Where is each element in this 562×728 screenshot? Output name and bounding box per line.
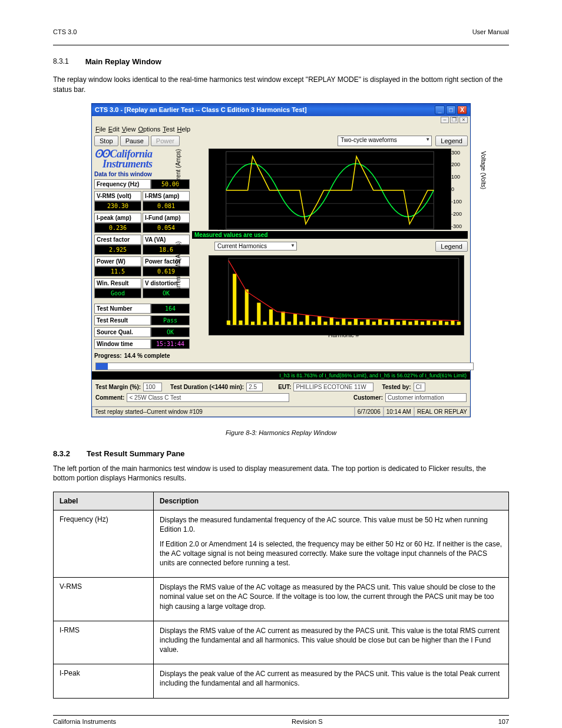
minimize-button[interactable]: _ xyxy=(435,106,445,114)
pause-button[interactable]: Pause xyxy=(120,136,149,146)
winresult-value: Good xyxy=(94,288,141,298)
power-label: Power (W) xyxy=(94,256,141,266)
svg-rect-45 xyxy=(372,321,376,325)
pf-label: Power factor xyxy=(143,256,190,266)
vdist-label: V distortion xyxy=(143,278,190,288)
svg-rect-38 xyxy=(330,317,333,325)
footer-right: 107 xyxy=(498,718,509,725)
test-duration-input[interactable]: 2.5 xyxy=(246,383,263,391)
row-desc: Displays the measured fundamental freque… xyxy=(154,510,509,578)
svg-rect-56 xyxy=(439,320,442,325)
svg-rect-28 xyxy=(269,309,273,324)
svg-text:24: 24 xyxy=(359,327,365,333)
page-header-right: User Manual xyxy=(472,28,509,35)
table-row: Frequency (Hz)Displays the measured fund… xyxy=(54,510,509,578)
svg-rect-50 xyxy=(402,320,406,325)
eut-label: EUT: xyxy=(278,384,291,390)
svg-rect-13 xyxy=(229,258,459,325)
svg-rect-36 xyxy=(318,316,321,325)
svg-text:-0.2: -0.2 xyxy=(216,212,225,218)
testedby-input[interactable]: CI xyxy=(414,383,425,391)
menu-edit[interactable]: Edit xyxy=(108,126,120,133)
customer-input[interactable]: Customer information xyxy=(385,393,467,402)
table-row: I-RMSDisplays the RMS value of the AC cu… xyxy=(54,621,509,664)
irms-value: 0.081 xyxy=(143,201,190,211)
svg-rect-48 xyxy=(391,319,394,324)
row-desc: Displays the RMS value of the AC voltage… xyxy=(154,578,509,621)
wave-y-left-label: Current (Amps) xyxy=(175,149,181,189)
mdi-restore-button[interactable]: ❐ xyxy=(450,117,458,123)
svg-text:0.03: 0.03 xyxy=(217,289,227,295)
titlebar[interactable]: CTS 3.0 - [Replay an Earlier Test -- Cla… xyxy=(92,104,470,116)
svg-text:4: 4 xyxy=(239,327,242,333)
th-label: Label xyxy=(54,492,154,510)
status-mode: REAL OR REPLAY xyxy=(414,407,470,417)
row-desc: Displays the peak value of the AC curren… xyxy=(154,664,509,698)
menu-options[interactable]: Options xyxy=(138,126,160,133)
menu-help[interactable]: Help xyxy=(177,126,190,133)
row-label: V-RMS xyxy=(54,578,154,621)
waveform-plot[interactable]: 0.30.20.10.0-0.1-0.2-0.3 xyxy=(209,149,451,230)
progress-value: 14.4 % complete xyxy=(124,353,170,359)
stop-button[interactable]: Stop xyxy=(94,136,118,146)
progress-label: Progress: xyxy=(94,353,122,359)
customer-label: Customer: xyxy=(353,394,383,401)
comment-input[interactable]: < 25W Class C Test xyxy=(127,393,289,402)
mdi-minimize-button[interactable]: – xyxy=(441,117,449,123)
svg-text:0.02: 0.02 xyxy=(217,301,227,307)
menu-view[interactable]: View xyxy=(122,126,136,133)
harmonics-dropdown[interactable]: Current Harmonics xyxy=(214,242,297,251)
harmonic-status-strip: I_h3 is 81.763% of I_fund(86% Limit), an… xyxy=(92,371,470,380)
harmonics-plot[interactable]: 0.060.050.04 0.030.020.010.00 4812162024… xyxy=(209,255,464,335)
svg-rect-23 xyxy=(239,320,242,325)
statusbar: Test replay started--Current window #109… xyxy=(92,406,470,417)
eut-input[interactable]: PHILLIPS ECOTONE 11W xyxy=(293,383,373,391)
svg-rect-52 xyxy=(415,320,418,325)
svg-rect-59 xyxy=(457,321,461,325)
freq-value: 50.00 xyxy=(151,179,190,189)
testres-value: Pass xyxy=(151,315,190,325)
power-button[interactable]: Power xyxy=(151,136,180,146)
svg-text:28: 28 xyxy=(383,327,389,333)
svg-rect-31 xyxy=(287,321,291,325)
testnum-value: 164 xyxy=(151,304,190,314)
svg-rect-29 xyxy=(275,321,279,325)
svg-rect-58 xyxy=(451,320,454,325)
maximize-button[interactable]: □ xyxy=(446,106,456,114)
intro-paragraph: The replay window looks identical to the… xyxy=(53,75,509,95)
footer-center: Revision S xyxy=(292,718,323,725)
mdi-close-button[interactable]: × xyxy=(459,117,468,123)
svg-rect-26 xyxy=(257,302,260,325)
legend-button-harm[interactable]: Legend xyxy=(435,241,468,252)
svg-text:-0.1: -0.1 xyxy=(216,200,225,206)
vdist-value: OK xyxy=(143,288,190,298)
svg-text:8: 8 xyxy=(263,327,266,333)
svg-rect-32 xyxy=(293,314,297,325)
legend-button-wave[interactable]: Legend xyxy=(435,136,468,146)
va-label: VA (VA) xyxy=(143,235,190,245)
waveform-dropdown[interactable]: Two-cycle waveforms xyxy=(338,136,432,146)
wave-y-right-label: Voltage (Volts) xyxy=(480,151,487,189)
svg-rect-44 xyxy=(366,319,369,324)
ipeak-value: 0.236 xyxy=(94,223,141,233)
window-title: CTS 3.0 - [Replay an Earlier Test -- Cla… xyxy=(95,106,307,113)
menu-test[interactable]: Test xyxy=(163,126,174,133)
menu-file[interactable]: File xyxy=(95,126,106,133)
svg-text:0.04: 0.04 xyxy=(217,278,227,284)
svg-rect-49 xyxy=(396,321,400,325)
row-desc: Displays the RMS value of the AC current… xyxy=(154,621,509,664)
pf-value: 0.619 xyxy=(143,266,190,276)
power-value: 11.5 xyxy=(94,266,141,276)
status-msg: Test replay started--Current window #109 xyxy=(92,407,355,417)
row-label: Frequency (Hz) xyxy=(54,510,154,578)
svg-rect-51 xyxy=(408,321,412,325)
test-margin-input[interactable]: 100 xyxy=(143,383,162,391)
test-margin-label: Test Margin (%): xyxy=(95,384,141,390)
crest-label: Crest factor xyxy=(94,235,141,245)
svg-rect-24 xyxy=(245,289,249,325)
progress-bar xyxy=(95,363,474,370)
close-button[interactable]: X xyxy=(457,106,467,114)
figure-caption: Figure 8-3: Harmonics Replay Window xyxy=(53,429,509,436)
table-row: I-PeakDisplays the peak value of the AC … xyxy=(54,664,509,698)
harm-x-label: Harmonic # xyxy=(328,331,359,338)
